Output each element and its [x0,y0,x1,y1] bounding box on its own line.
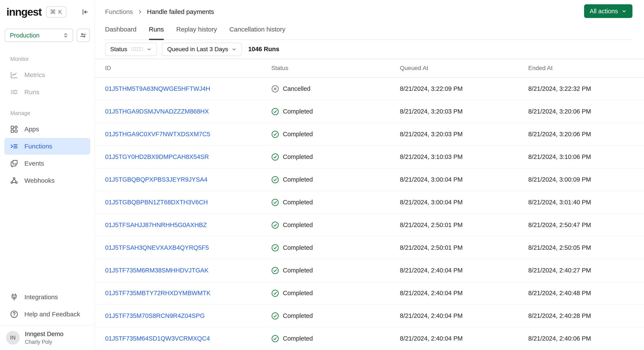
run-ended-at: 8/21/2024, 3:20:06 PM [528,108,644,115]
all-actions-label: All actions [590,8,618,15]
inngest-logo[interactable]: inngest [6,7,42,17]
user-org: Inngest Demo [25,330,64,337]
cancelled-x-icon [271,85,279,93]
table-row[interactable]: 01J5TGY0HD2BX9DMPCAH8X54SR Completed 8/2… [95,146,644,168]
run-status-label: Completed [283,244,313,251]
run-ended-at: 8/21/2024, 3:22:32 PM [528,85,644,92]
run-queued-at: 8/21/2024, 3:22:09 PM [400,85,528,92]
run-id-link[interactable]: 01J5TF735M70S8RCN9R4Z04SPG [105,312,205,319]
run-id-cell: 01J5TGBQBQPXPBS3JEYR9JYSA4 [105,176,271,183]
tab-cancellation-history[interactable]: Cancellation history [229,26,286,39]
sidebar-item-events[interactable]: Events [4,155,90,172]
run-status-cell: Completed [271,312,400,320]
run-id-cell: 01J5TFSAH3QNEVXAXB4QYRQ5F5 [105,244,271,251]
runs-list-icon [10,88,18,96]
webhooks-nodes-icon [10,176,18,185]
run-id-link[interactable]: 01J5THGA9DSMJVNADZZZM868HX [105,108,209,115]
run-queued-at: 8/21/2024, 3:10:03 PM [400,153,528,160]
time-range-label: Queued in Last 3 Days [167,46,228,53]
sidebar-item-help-feedback[interactable]: Help and Feedback [4,306,90,322]
run-id-link[interactable]: 01J5TFSAHJJ87HNRHH5G0AXHBZ [105,222,207,228]
run-status-cell: Completed [271,108,400,115]
run-queued-at: 8/21/2024, 3:20:03 PM [400,108,528,115]
table-row[interactable]: 01J5THM5T9A63NQWGE5HFTWJ4H Cancelled 8/2… [95,78,644,100]
main-content: Functions Handle failed payments All act… [95,0,644,350]
table-row[interactable]: 01J5THGA9C0XVF7NWTXDSXM7C5 Completed 8/2… [95,123,644,146]
table-row[interactable]: 01J5THGA9DSMJVNADZZZM868HX Completed 8/2… [95,100,644,123]
run-status-cell: Completed [271,335,400,342]
chevron-down-icon [146,47,152,52]
run-ended-at: 8/21/2024, 2:40:28 PM [528,312,644,319]
sidebar-item-runs[interactable]: Runs [4,84,90,100]
run-id-link[interactable]: 01J5THGA9C0XVF7NWTXDSXM7C5 [105,131,210,137]
completed-check-icon [271,130,279,138]
run-queued-at: 8/21/2024, 2:50:01 PM [400,222,528,229]
run-queued-at: 8/21/2024, 3:00:04 PM [400,199,528,206]
sidebar-item-metrics[interactable]: Metrics [4,67,90,83]
run-id-link[interactable]: 01J5THM5T9A63NQWGE5HFTWJ4H [105,85,210,92]
plug-icon [10,293,18,301]
environment-select[interactable]: Production [5,29,73,42]
table-row[interactable]: 01J5TF735M6RM38SMHHDVJTGAK Completed 8/2… [95,259,644,282]
column-header-ended-at: Ended At [528,65,644,72]
filter-bar: Status Queued in Last 3 Days 1046 Runs [95,40,644,59]
sidebar-item-webhooks[interactable]: Webhooks [4,172,90,189]
table-row[interactable]: 01J5TFSAHJJ87HNRHH5G0AXHBZ Completed 8/2… [95,214,644,237]
run-id-link[interactable]: 01J5TGBQBPBN1ZT68DXTH3V6CH [105,199,208,206]
sidebar-item-label: Events [24,160,44,167]
status-filter[interactable]: Status [105,43,157,56]
run-id-link[interactable]: 01J5TGBQBQPXPBS3JEYR9JYSA4 [105,176,208,183]
run-status-label: Completed [283,290,313,297]
run-ended-at: 8/21/2024, 3:01:40 PM [528,199,644,206]
table-row[interactable]: 01J5TGBQBPBN1ZT68DXTH3V6CH Completed 8/2… [95,191,644,214]
run-id-link[interactable]: 01J5TF735MBTY72RHXDYMBWMTK [105,290,210,296]
table-row[interactable]: 01J5TGBQBQPXPBS3JEYR9JYSA4 Completed 8/2… [95,168,644,191]
user-menu[interactable]: IN Inngest Demo Charly Poly [0,325,94,350]
avatar: IN [6,331,20,345]
run-status-label: Cancelled [283,85,310,92]
run-id-link[interactable]: 01J5TF735M64SD1QW3VCRMXQC4 [105,335,210,342]
sidebar-item-apps[interactable]: Apps [4,121,90,137]
sidebar-nav: Monitor Metrics Runs Manage Apps [0,52,94,192]
run-status-cell: Completed [271,221,400,229]
completed-check-icon [271,176,279,184]
command-palette-shortcut[interactable]: ⌘ K [46,7,66,18]
nav-section-monitor: Monitor [0,52,94,66]
run-ended-at: 8/21/2024, 2:50:05 PM [528,244,644,251]
environment-filter-button[interactable] [76,29,90,42]
time-range-filter[interactable]: Queued in Last 3 Days [162,43,242,56]
user-texts: Inngest Demo Charly Poly [25,330,64,345]
run-id-link[interactable]: 01J5TFSAH3QNEVXAXB4QYRQ5F5 [105,244,209,251]
table-row[interactable]: 01J5TF735M64SD1QW3VCRMXQC4 Completed 8/2… [95,327,644,350]
chevron-down-icon [621,8,627,14]
run-status-label: Completed [283,153,313,160]
completed-check-icon [271,199,279,206]
table-row[interactable]: 01J5TF735MBTY72RHXDYMBWMTK Completed 8/2… [95,282,644,305]
sidebar-footer: Integrations Help and Feedback [0,288,94,325]
run-queued-at: 8/21/2024, 3:00:04 PM [400,176,528,183]
sidebar-item-integrations[interactable]: Integrations [4,289,90,305]
completed-check-icon [271,289,279,297]
breadcrumb-functions-link[interactable]: Functions [105,8,133,16]
tab-dashboard[interactable]: Dashboard [105,26,136,39]
all-actions-button[interactable]: All actions [584,4,632,18]
run-status-cell: Completed [271,153,400,161]
table-row[interactable]: 01J5TFSAH3QNEVXAXB4QYRQ5F5 Completed 8/2… [95,237,644,259]
tab-runs[interactable]: Runs [149,26,164,39]
status-filter-label: Status [110,46,127,53]
collapse-sidebar-button[interactable] [80,8,88,16]
completed-check-icon [271,244,279,252]
run-ended-at: 8/21/2024, 2:50:47 PM [528,222,644,229]
run-id-link[interactable]: 01J5TF735M6RM38SMHHDVJTGAK [105,267,208,274]
run-id-link[interactable]: 01J5TGY0HD2BX9DMPCAH8X54SR [105,153,209,160]
table-row[interactable]: 01J5TF735M70S8RCN9R4Z04SPG Completed 8/2… [95,305,644,327]
sidebar-item-functions[interactable]: Functions [4,138,90,155]
user-name: Charly Poly [25,339,64,345]
run-queued-at: 8/21/2024, 2:40:04 PM [400,267,528,274]
tab-replay-history[interactable]: Replay history [176,26,217,39]
run-status-label: Completed [283,108,313,115]
run-queued-at: 8/21/2024, 3:20:03 PM [400,131,528,138]
completed-check-icon [271,267,279,274]
sidebar: inngest ⌘ K Production [0,0,95,350]
column-header-queued-at: Queued At [400,65,528,72]
